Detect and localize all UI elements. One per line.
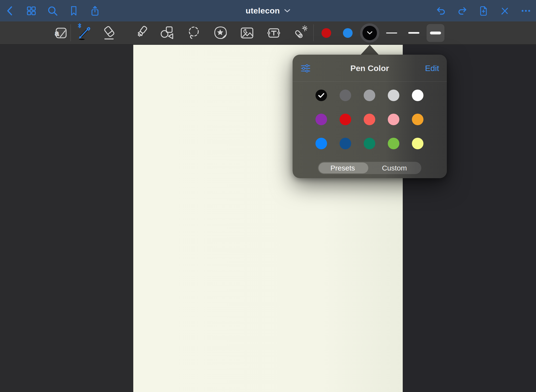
stroke-thick-button[interactable] bbox=[427, 24, 444, 42]
pen-tool-icon bbox=[76, 25, 93, 41]
color-swatch-green[interactable] bbox=[388, 138, 399, 149]
color-swatch-grid bbox=[315, 90, 423, 161]
grid-icon bbox=[26, 5, 37, 16]
quick-color-black-selected[interactable] bbox=[360, 23, 379, 43]
color-swatch-teal[interactable] bbox=[364, 138, 375, 149]
reading-mode-icon: a bbox=[53, 25, 69, 41]
navbar-right-group bbox=[435, 0, 532, 21]
search-button[interactable] bbox=[46, 4, 59, 18]
chevron-down-icon bbox=[367, 31, 373, 35]
more-button[interactable] bbox=[520, 4, 532, 18]
stylus-toggle-button[interactable] bbox=[498, 4, 511, 18]
text-tool-button[interactable] bbox=[266, 25, 282, 41]
color-swatch-red[interactable] bbox=[340, 114, 351, 125]
redo-button[interactable] bbox=[456, 4, 469, 18]
canvas-area bbox=[0, 45, 536, 392]
ellipsis-icon bbox=[520, 6, 531, 16]
lasso-tool-button[interactable] bbox=[186, 25, 202, 41]
edit-button[interactable]: Edit bbox=[425, 55, 439, 82]
quick-color-red[interactable] bbox=[322, 28, 331, 38]
redo-icon bbox=[457, 6, 468, 16]
presets-custom-segmented-control: Presets Custom bbox=[318, 162, 421, 174]
back-button[interactable] bbox=[4, 4, 16, 18]
chevron-down-icon bbox=[284, 9, 290, 13]
tools-toolbar: a bbox=[0, 21, 536, 45]
share-icon bbox=[89, 5, 100, 17]
pen-tool-button[interactable] bbox=[76, 25, 92, 41]
lasso-icon bbox=[187, 25, 202, 41]
thick-line-glyph bbox=[430, 32, 441, 34]
popover-arrow bbox=[361, 45, 379, 55]
eraser-tool-button[interactable] bbox=[102, 25, 118, 41]
color-swatch-light-gray[interactable] bbox=[388, 90, 399, 101]
eraser-icon bbox=[102, 25, 117, 41]
color-swatch-purple[interactable] bbox=[315, 114, 327, 125]
add-page-icon bbox=[478, 5, 489, 17]
presets-tab[interactable]: Presets bbox=[318, 162, 368, 174]
medium-line-glyph bbox=[408, 32, 419, 34]
elements-tool-button[interactable] bbox=[213, 25, 228, 41]
color-swatch-orange[interactable] bbox=[412, 114, 423, 125]
bookmark-button[interactable] bbox=[67, 4, 80, 18]
undo-button[interactable] bbox=[435, 4, 447, 18]
pen-settings-button[interactable] bbox=[300, 63, 311, 74]
image-tool-button[interactable] bbox=[239, 25, 255, 41]
undo-icon bbox=[436, 6, 447, 16]
color-swatch-black[interactable] bbox=[315, 90, 327, 101]
document-title-dropdown[interactable]: utelecon bbox=[246, 0, 290, 21]
custom-tab[interactable]: Custom bbox=[368, 162, 421, 174]
color-swatch-white[interactable] bbox=[412, 90, 423, 101]
document-title: utelecon bbox=[246, 6, 280, 15]
stroke-thin-button[interactable] bbox=[383, 24, 401, 42]
app-screen: utelecon bbox=[0, 0, 536, 392]
toolbar-divider-2 bbox=[313, 24, 314, 41]
color-swatch-coral[interactable] bbox=[364, 114, 375, 125]
share-button[interactable] bbox=[89, 4, 101, 18]
pointer-tool-button[interactable] bbox=[293, 25, 308, 41]
text-icon bbox=[266, 25, 281, 41]
navbar-left-group bbox=[4, 0, 101, 21]
thumbnails-button[interactable] bbox=[25, 4, 38, 18]
color-swatch-gray[interactable] bbox=[364, 90, 375, 101]
popover-title: Pen Color bbox=[293, 55, 447, 82]
shapes-icon bbox=[160, 25, 175, 41]
quick-color-blue[interactable] bbox=[343, 28, 353, 38]
laser-pointer-icon bbox=[293, 25, 308, 41]
highlighter-tool-button[interactable] bbox=[134, 25, 149, 41]
color-swatch-dark-gray[interactable] bbox=[340, 90, 351, 101]
bookmark-icon bbox=[68, 5, 79, 16]
image-icon bbox=[239, 25, 255, 41]
sliders-icon bbox=[300, 63, 311, 74]
svg-text:a: a bbox=[55, 29, 59, 37]
stroke-medium-button[interactable] bbox=[405, 24, 423, 42]
thin-line-glyph bbox=[386, 33, 397, 33]
color-swatch-yellow[interactable] bbox=[412, 138, 423, 149]
add-page-button[interactable] bbox=[477, 4, 490, 18]
checkmark-icon bbox=[318, 93, 325, 98]
shapes-tool-button[interactable] bbox=[159, 25, 175, 41]
pen-color-popover: Pen Color Edit Presets Custom bbox=[293, 55, 447, 178]
highlighter-icon bbox=[134, 25, 149, 41]
elements-sticker-icon bbox=[213, 25, 228, 41]
color-swatch-pink[interactable] bbox=[388, 114, 399, 125]
reading-mode-button[interactable]: a bbox=[53, 25, 69, 41]
popover-header: Pen Color Edit bbox=[293, 55, 447, 82]
color-swatch-navy[interactable] bbox=[340, 138, 351, 149]
top-navbar: utelecon bbox=[0, 0, 536, 21]
bluetooth-icon bbox=[78, 23, 81, 28]
back-chevron-icon bbox=[5, 5, 16, 16]
toolbar-divider bbox=[70, 24, 71, 41]
color-swatch-blue[interactable] bbox=[315, 138, 327, 149]
pen-crossed-icon bbox=[499, 6, 510, 16]
search-icon bbox=[47, 5, 58, 17]
